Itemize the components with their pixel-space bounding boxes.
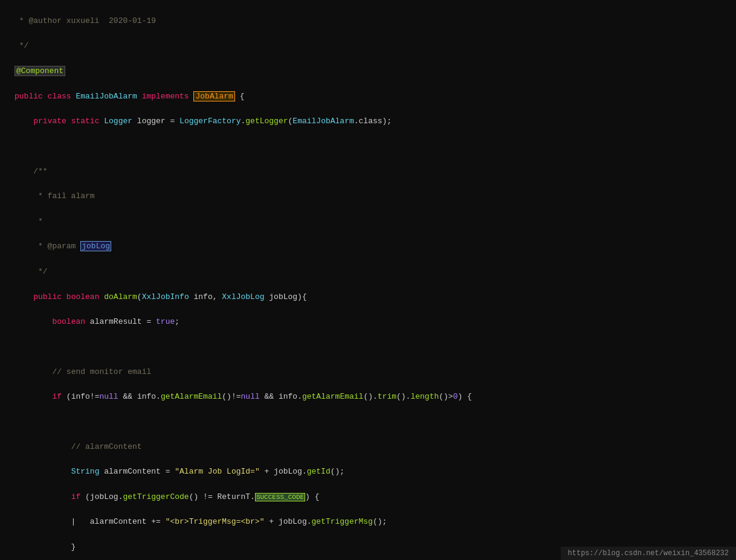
line-method-decl: public boolean doAlarm(XxlJobInfo info, … <box>10 291 736 304</box>
line-javadoc2: * fail alarm <box>10 190 736 203</box>
line-blank2 <box>10 341 736 353</box>
line-alarm-content-comment: // alarmContent <box>10 441 736 454</box>
code-block: * @author xuxueli 2020-01-19 */ @Compone… <box>0 0 736 560</box>
footer-url: https://blog.csdn.net/weixin_43568232 <box>568 549 729 558</box>
line-annotation: @Component <box>10 65 736 78</box>
line-logger: private static Logger logger = LoggerFac… <box>10 115 736 128</box>
line-blank3 <box>10 416 736 428</box>
line-send-comment: // send monitor email <box>10 366 736 379</box>
line-if-trigger: if (jobLog.getTriggerCode() != ReturnT.S… <box>10 491 736 504</box>
line-javadoc1: /** <box>10 166 736 178</box>
line-javadoc5: */ <box>10 266 736 278</box>
line-javadoc4: * @param jobLog <box>10 240 736 253</box>
line-author: * @author xuxueli 2020-01-19 <box>10 15 736 28</box>
footer-bar: https://blog.csdn.net/weixin_43568232 <box>561 547 736 560</box>
line-if-info: if (info!=null && info.getAlarmEmail()!=… <box>10 391 736 404</box>
line-class-decl: public class EmailJobAlarm implements Jo… <box>10 91 736 103</box>
line-blank1 <box>10 141 736 153</box>
line-comment-close: */ <box>10 40 736 53</box>
line-alarm-result: boolean alarmResult = true; <box>10 316 736 329</box>
line-trigger-content: | alarmContent += "<br>TriggerMsg=<br>" … <box>10 516 736 529</box>
line-alarm-content-decl: String alarmContent = "Alarm Job LogId="… <box>10 466 736 478</box>
code-container: * @author xuxueli 2020-01-19 */ @Compone… <box>0 0 736 560</box>
line-javadoc3: * <box>10 216 736 228</box>
